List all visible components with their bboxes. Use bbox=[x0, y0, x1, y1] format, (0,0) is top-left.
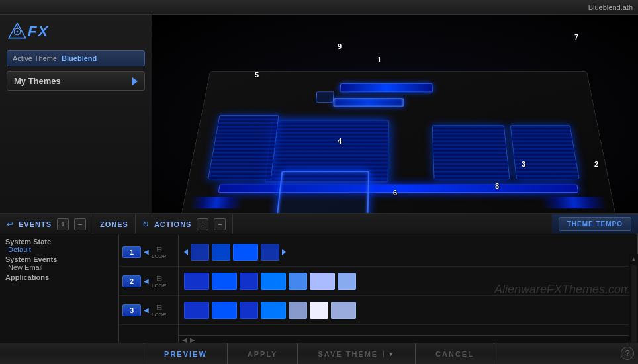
footer-bar: PREVIEW APPLY SAVE THEME▼ CANCEL bbox=[0, 343, 638, 364]
speaker-right bbox=[541, 197, 608, 208]
zone-badge-3: 3 bbox=[122, 304, 141, 316]
actions-remove-button[interactable]: − bbox=[214, 218, 226, 230]
action-3-block-5[interactable] bbox=[289, 302, 307, 319]
event-applications[interactable]: Applications bbox=[5, 273, 113, 281]
apply-button[interactable]: APPLY bbox=[228, 343, 298, 364]
action-2-block-5[interactable] bbox=[289, 273, 307, 290]
events-remove-button[interactable]: − bbox=[74, 218, 86, 230]
action-3-block-4[interactable] bbox=[261, 302, 286, 319]
scroll-up-button[interactable]: ▲ bbox=[629, 254, 639, 263]
event-system-events-name: System Events bbox=[5, 255, 113, 263]
filename-label: Blueblend.ath bbox=[588, 3, 633, 11]
cancel-button[interactable]: CANCEL bbox=[416, 343, 494, 364]
save-dropdown-icon[interactable]: ▼ bbox=[383, 351, 395, 357]
action-2-block-2[interactable] bbox=[212, 273, 237, 290]
action-row-2[interactable] bbox=[179, 267, 637, 296]
zones-tab-label[interactable]: ZONES bbox=[100, 220, 128, 228]
keyboard-zone-8[interactable] bbox=[276, 171, 369, 218]
svg-point-3 bbox=[16, 30, 18, 32]
action-1-block-2[interactable] bbox=[212, 244, 230, 261]
keyboard-body bbox=[179, 71, 618, 226]
zone-1-loop: ⊟ LOOP bbox=[152, 245, 166, 259]
keyboard-zone-7[interactable] bbox=[340, 83, 432, 92]
active-theme-value: Blueblend bbox=[62, 54, 97, 62]
zone-label-3: 3 bbox=[522, 160, 525, 168]
theme-tempo-button[interactable]: THEME TEMPO bbox=[559, 217, 631, 231]
action-2-block-1[interactable] bbox=[184, 273, 209, 290]
loop-label-1: LOOP bbox=[152, 253, 166, 259]
action-3-block-1[interactable] bbox=[184, 302, 209, 319]
tabs-row: ↩ EVENTS + − ZONES ↻ ACTIONS + − THEME T… bbox=[0, 214, 638, 234]
event-system-state-name: System State bbox=[5, 238, 113, 246]
zone-2-arrow-icon: ◀ bbox=[144, 277, 149, 285]
top-bar: Blueblend.ath bbox=[0, 0, 638, 15]
action-1-block-4[interactable] bbox=[261, 244, 279, 261]
actions-tab-section: ↻ ACTIONS + − bbox=[136, 214, 234, 234]
keyboard-zone-9[interactable] bbox=[316, 92, 334, 103]
action-1-block-1[interactable] bbox=[191, 244, 209, 261]
action-2-block-3[interactable] bbox=[240, 273, 258, 290]
keyboard-zone-1[interactable] bbox=[333, 98, 404, 107]
keyboard-zone-5[interactable] bbox=[208, 115, 279, 179]
zone-3-arrow-icon: ◀ bbox=[144, 306, 149, 314]
events-icon: ↩ bbox=[7, 220, 13, 229]
loop-icon-1: ⊟ bbox=[156, 245, 162, 253]
action-2-block-4[interactable] bbox=[261, 273, 286, 290]
zone-1-arrow-icon: ◀ bbox=[144, 248, 149, 255]
action-2-block-6[interactable] bbox=[310, 273, 335, 290]
event-system-state[interactable]: System State Default bbox=[5, 238, 113, 253]
action-2-block-7[interactable] bbox=[338, 273, 356, 290]
loop-label-3: LOOP bbox=[152, 312, 166, 318]
zone-badge-1: 1 bbox=[122, 246, 141, 258]
keyboard-zone-3[interactable] bbox=[432, 125, 510, 179]
keyboard-zone-6[interactable] bbox=[218, 185, 579, 193]
action-1-block-3[interactable] bbox=[233, 244, 258, 261]
action-row-1[interactable] bbox=[179, 238, 637, 267]
my-themes-label: My Themes bbox=[14, 76, 61, 86]
events-add-button[interactable]: + bbox=[57, 218, 69, 230]
tempo-section: THEME TEMPO bbox=[552, 214, 638, 234]
logo-area: FX bbox=[7, 21, 145, 42]
zone-row-2[interactable]: 2 ◀ ⊟ LOOP bbox=[119, 267, 178, 296]
zones-tab-section: ZONES bbox=[93, 214, 136, 234]
zones-column: 1 ◀ ⊟ LOOP 2 ◀ ⊟ LOOP 3 ◀ ⊟ bbox=[119, 234, 179, 344]
speaker-left bbox=[189, 197, 243, 208]
actions-add-button[interactable]: + bbox=[197, 218, 208, 230]
active-theme-row: Active Theme: Blueblend bbox=[7, 50, 145, 66]
events-tab-label[interactable]: EVENTS bbox=[19, 220, 52, 228]
zone-label-8: 8 bbox=[495, 182, 499, 190]
action-3-block-3[interactable] bbox=[240, 302, 258, 319]
viz-area: 1 2 3 4 5 6 7 8 9 VIEW BASIC MODE ▼ bbox=[152, 15, 638, 240]
zone-label-5: 5 bbox=[255, 71, 259, 79]
actions-column: AlienwareFXThemes.com ◀ ▶ bbox=[179, 234, 638, 344]
event-new-email: New Email bbox=[5, 263, 113, 271]
my-themes-arrow-icon bbox=[132, 77, 138, 85]
left-panel: FX Active Theme: Blueblend My Themes bbox=[0, 15, 152, 240]
help-button[interactable]: ? bbox=[621, 347, 634, 360]
event-system-events[interactable]: System Events New Email bbox=[5, 255, 113, 271]
event-applications-name: Applications bbox=[5, 273, 113, 281]
action-1-arrow-left bbox=[184, 249, 188, 255]
save-theme-button[interactable]: SAVE THEME▼ bbox=[298, 343, 416, 364]
zone-row-3[interactable]: 3 ◀ ⊟ LOOP bbox=[119, 296, 178, 325]
zone-label-2: 2 bbox=[594, 160, 598, 168]
action-1-arrow-right bbox=[282, 249, 286, 255]
event-system-state-sub: Default bbox=[5, 246, 113, 253]
active-theme-label: Active Theme: bbox=[13, 54, 59, 62]
actions-tab-label[interactable]: ACTIONS bbox=[154, 220, 192, 228]
events-tab-section: ↩ EVENTS + − bbox=[0, 214, 93, 234]
keyboard-zone-2[interactable] bbox=[510, 125, 580, 179]
action-3-block-2[interactable] bbox=[212, 302, 237, 319]
action-3-block-7[interactable] bbox=[331, 302, 356, 319]
loop-icon-2: ⊟ bbox=[156, 274, 162, 283]
preview-button[interactable]: PREVIEW bbox=[144, 343, 228, 364]
loop-label-2: LOOP bbox=[152, 283, 166, 289]
zone-row-1[interactable]: 1 ◀ ⊟ LOOP bbox=[119, 238, 178, 267]
zone-3-loop: ⊟ LOOP bbox=[152, 303, 166, 318]
alienware-logo-icon bbox=[7, 21, 28, 42]
actions-icon: ↻ bbox=[142, 220, 149, 229]
action-3-block-6[interactable] bbox=[310, 302, 328, 319]
bottom-panel: ↩ EVENTS + − ZONES ↻ ACTIONS + − THEME T… bbox=[0, 213, 638, 343]
action-row-3[interactable] bbox=[179, 296, 637, 325]
my-themes-button[interactable]: My Themes bbox=[7, 71, 145, 91]
